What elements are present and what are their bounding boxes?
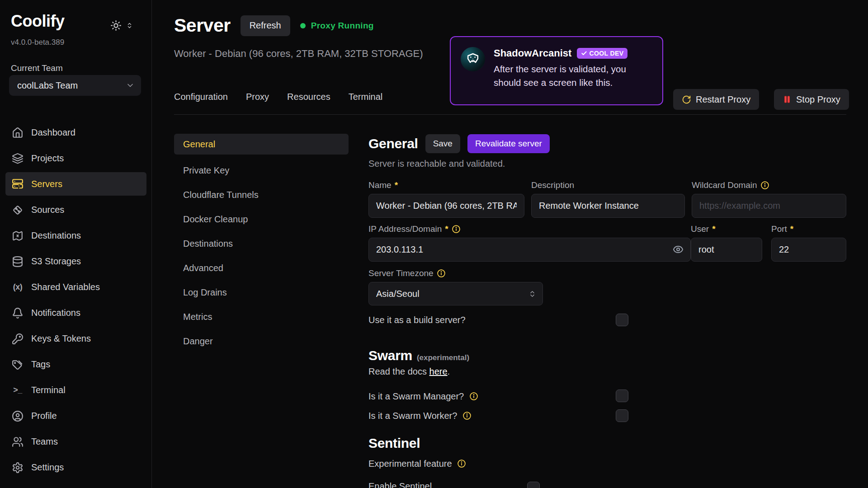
name-input[interactable] (368, 194, 524, 218)
subnav-item-docker-cleanup[interactable]: Docker Cleanup (174, 207, 349, 231)
page-header: Server Refresh Proxy Running (174, 15, 374, 36)
info-icon[interactable] (457, 459, 466, 468)
sidebar-item-teams[interactable]: Teams (0, 429, 152, 455)
proxy-status: Proxy Running (300, 21, 374, 31)
sidebar-item-servers[interactable]: Servers (5, 172, 146, 196)
info-icon[interactable] (437, 269, 446, 278)
description-input[interactable] (531, 194, 685, 218)
timezone-select[interactable]: Asia/Seoul (368, 282, 543, 305)
subnav-item-danger[interactable]: Danger (174, 329, 349, 353)
build-server-question: Use it as a build server? (368, 315, 466, 325)
server-icon (12, 178, 24, 190)
coolify-app: Coolify v4.0.0-beta.389 Current Team coo… (0, 0, 868, 488)
section-heading-sentinel: Sentinel (368, 436, 420, 451)
info-icon[interactable] (452, 225, 461, 234)
map-icon (12, 230, 24, 242)
eye-icon[interactable] (673, 244, 684, 255)
swarm-worker-checkbox[interactable] (616, 409, 628, 422)
subnav-item-log-drains[interactable]: Log Drains (174, 280, 349, 305)
user-input[interactable] (691, 238, 762, 262)
info-icon[interactable] (469, 392, 478, 401)
swarm-manager-checkbox[interactable] (616, 389, 628, 402)
rotate-cw-icon (682, 95, 691, 104)
sidebar-item-settings[interactable]: Settings (0, 455, 152, 480)
subnav-item-metrics[interactable]: Metrics (174, 305, 349, 329)
refresh-button[interactable]: Refresh (241, 15, 290, 36)
sidebar-item-label: Servers (31, 179, 62, 189)
tab-resources[interactable]: Resources (287, 92, 330, 102)
git-source-icon (12, 204, 24, 216)
sidebar-item-keys-tokens[interactable]: Keys & Tokens (0, 326, 152, 352)
cool-dev-badge: COOL DEV (577, 48, 627, 59)
sidebar-item-destinations[interactable]: Destinations (0, 223, 152, 249)
subnav-item-cloudflare-tunnels[interactable]: Cloudflare Tunnels (174, 183, 349, 207)
swarm-heading-row: Swarm (experimental) (368, 348, 469, 363)
description-label: Description (531, 180, 574, 190)
status-dot (300, 23, 306, 28)
revalidate-server-button[interactable]: Revalidate server (467, 134, 550, 153)
current-team-label: Current Team (11, 63, 63, 73)
callout-text-line2: should see a screen like this. (494, 77, 613, 88)
variables-icon: (x) (12, 282, 24, 293)
info-icon[interactable] (462, 411, 472, 420)
server-status-text: Server is reachable and validated. (368, 159, 505, 169)
callout-author: ShadowArcanist (494, 47, 571, 59)
wildcard-domain-input[interactable] (692, 194, 846, 218)
tab-configuration[interactable]: Configuration (174, 92, 228, 102)
build-server-checkbox[interactable] (616, 314, 628, 326)
save-button[interactable]: Save (425, 134, 460, 153)
wildcard-domain-label: Wildcard Domain (692, 180, 769, 190)
user-label: User* (691, 224, 716, 234)
general-heading-row: General Save Revalidate server (368, 134, 550, 153)
sidebar-item-notifications[interactable]: Notifications (0, 300, 152, 326)
team-select[interactable]: coolLabs Team (9, 75, 141, 96)
sidebar-item-label: Terminal (31, 385, 66, 395)
required-asterisk: * (395, 180, 398, 190)
subnav-item-private-key[interactable]: Private Key (174, 158, 349, 183)
theme-selector[interactable] (110, 20, 133, 31)
sidebar-item-label: Notifications (31, 308, 80, 318)
tags-icon (12, 359, 24, 371)
docs-link[interactable]: here (429, 366, 448, 376)
stop-proxy-button[interactable]: Stop Proxy (774, 89, 849, 110)
enable-sentinel-label: Enable Sentinel (368, 481, 432, 488)
subnav-item-advanced[interactable]: Advanced (174, 256, 349, 280)
bell-icon (12, 307, 24, 319)
tab-terminal[interactable]: Terminal (349, 92, 383, 102)
enable-sentinel-checkbox[interactable] (527, 482, 540, 488)
required-asterisk: * (790, 224, 793, 234)
sidebar: Coolify v4.0.0-beta.389 Current Team coo… (0, 0, 152, 488)
sidebar-item-projects[interactable]: Projects (0, 145, 152, 171)
required-asterisk: * (712, 224, 715, 234)
sidebar-item-dashboard[interactable]: Dashboard (0, 120, 152, 145)
swarm-worker-question: Is it a Swarm Worker? (368, 411, 472, 421)
sun-icon[interactable] (110, 20, 122, 31)
info-icon[interactable] (760, 181, 769, 190)
sentinel-sub-label: Experimental feature (368, 459, 466, 469)
tabs-divider (174, 114, 846, 115)
chevron-down-icon (126, 81, 135, 90)
sidebar-item-sources[interactable]: Sources (0, 197, 152, 223)
avatar (461, 47, 485, 71)
sidebar-item-s3-storages[interactable]: S3 Storages (0, 249, 152, 274)
sidebar-item-label: Destinations (31, 230, 81, 241)
user-circle-icon (12, 410, 24, 422)
ip-address-input[interactable] (368, 238, 691, 262)
server-subtitle: Worker - Debian (96 cores, 2TB RAM, 32TB… (174, 48, 423, 60)
port-input[interactable] (771, 238, 846, 262)
sidebar-item-tags[interactable]: Tags (0, 352, 152, 377)
subnav-item-destinations[interactable]: Destinations (174, 231, 349, 256)
key-icon (12, 333, 24, 345)
sidebar-item-label: Dashboard (31, 127, 75, 138)
sidebar-item-shared-variables[interactable]: (x) Shared Variables (0, 274, 152, 300)
team-select-value: coolLabs Team (17, 80, 126, 91)
subnav-item-general[interactable]: General (174, 134, 349, 155)
tab-proxy[interactable]: Proxy (246, 92, 269, 102)
sidebar-item-label: S3 Storages (31, 256, 81, 267)
restart-proxy-button[interactable]: Restart Proxy (673, 89, 759, 110)
sidebar-item-profile[interactable]: Profile (0, 403, 152, 429)
sidebar-item-terminal[interactable]: >_ Terminal (0, 377, 152, 403)
chevrons-up-down-icon[interactable] (126, 22, 133, 29)
sidebar-item-label: Tags (31, 359, 50, 370)
proxy-status-label: Proxy Running (311, 21, 374, 31)
